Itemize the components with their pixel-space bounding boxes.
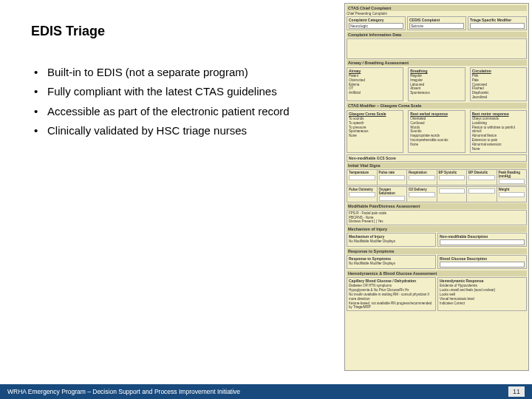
resp-left: Response to Symptoms No Modifiable Modif… [347, 255, 436, 269]
shot-top-title: CTAS Chief Complaint [347, 5, 527, 11]
bullet-item: Clinically validated by HSC triage nurse… [31, 123, 327, 138]
shot-section2: Complaint Information Data [347, 32, 527, 38]
pain-title: Modifiable Pain/Distress Assessment [347, 203, 527, 209]
footer-bar: WRHA Emergency Program – Decision Suppor… [0, 384, 532, 399]
resp-title: Response to Symptoms [347, 248, 527, 254]
gcs-scale-col: Glasgow Coma Scale To sounds To speech T… [347, 110, 403, 153]
hemo-title: Hemodynamics & Blood Glucose Assessment [347, 270, 527, 276]
gcs-motor-col: Best motor response Obeys commands Local… [470, 110, 527, 153]
footer-text: WRHA Emergency Program – Decision Suppor… [7, 388, 240, 395]
breathing-col: Breathing Regular Irregular Laboured Abs… [408, 67, 465, 101]
vitals-title: Initial Vital Signs [347, 163, 527, 168]
non-mod-gcs: Non-modifiable GCS Score [347, 154, 527, 162]
complaint-category-box[interactable]: Complaint Category Neurologic [347, 16, 406, 30]
mech-title: Mechanism of Injury [347, 226, 527, 232]
slide-title: EDIS Triage [31, 24, 105, 39]
circulation-col: Circulation Pink Pale Cyanosed Flushed D… [470, 67, 527, 101]
hemo-left: Capillary Blood Glucose / Dehydration Di… [347, 277, 436, 311]
bullet-list: Built-in to EDIS (not a separate program… [31, 65, 327, 143]
pain-box: FPS-R - Facial pain scale PBCRNS - None … [347, 210, 527, 226]
resp-right: Blood Glucose Description [437, 255, 527, 269]
bullet-item: Accessible as part of the electronic pat… [31, 104, 327, 119]
gcs-verbal-col: Best verbal response Orientated Confused… [408, 110, 465, 153]
airway-col: Airway Patent Obstructed Edema OT Artifi… [347, 67, 403, 101]
edis-triage-screenshot: CTAS Chief Complaint Chief Presenting Co… [344, 3, 529, 371]
bullet-item: Fully compliant with the latest CTAS gui… [31, 84, 327, 99]
gcs-title: CTAS Modifier – Glasgow Coma Scale [347, 103, 527, 109]
mech-right: Non-modifiable Description [437, 233, 527, 247]
mech-left: Mechanism of Injury No Modifiable Modifi… [347, 233, 436, 247]
vitals-row1: Temperature Pulse rate Respiration BP Sy… [347, 169, 527, 185]
hemo-right: Hemodynamic Response Evidence of Hypovol… [437, 277, 527, 311]
cedis-complaint-box[interactable]: CEDIS Complaint Seizure [407, 16, 466, 30]
page-number: 11 [508, 386, 525, 397]
airway-title: Airway / Breathing Assessment [347, 60, 527, 66]
triage-modifier-box[interactable]: Triage Specific Modifier [468, 16, 527, 30]
vitals-row2: Pulse Oximetry Oxygen Saturation O2 Deli… [347, 186, 527, 202]
bullet-item: Built-in to EDIS (not a separate program… [31, 65, 327, 80]
